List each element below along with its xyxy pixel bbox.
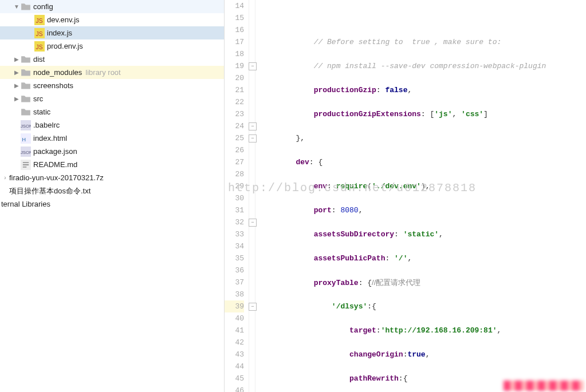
js-file-icon: JS bbox=[34, 41, 45, 52]
tree-label: dev.env.js bbox=[47, 15, 80, 24]
tree-folder-dist[interactable]: ▶ dist bbox=[0, 53, 224, 66]
tree-file-dos-txt[interactable]: 项目操作基本dos命令.txt bbox=[0, 184, 224, 197]
code-line[interactable]: env: require('./dev.env'), bbox=[260, 180, 586, 192]
code-line[interactable]: // npm install --save-dev compression-we… bbox=[260, 60, 586, 72]
tree-file-dev-env[interactable]: JS dev.env.js bbox=[0, 13, 224, 26]
code-line[interactable]: // Before setting to true , make sure to… bbox=[260, 36, 586, 48]
project-tree[interactable]: ▼ config JS dev.env.js JS index.js JS pr… bbox=[0, 0, 225, 392]
chevron-right-icon: ▶ bbox=[13, 69, 21, 76]
chevron-right-icon: ▶ bbox=[13, 56, 21, 62]
tree-label: screenshots bbox=[33, 81, 73, 90]
tree-file-prod-env[interactable]: JS prod.env.js bbox=[0, 39, 224, 53]
tree-folder-node-modules[interactable]: ▶ node_modules library root bbox=[0, 66, 224, 79]
tree-label: config bbox=[33, 2, 53, 11]
code-line[interactable]: proxyTable: {//配置请求代理 bbox=[260, 276, 586, 288]
json-file-icon: JSON bbox=[21, 146, 31, 157]
tree-label: package.json bbox=[33, 147, 77, 156]
tree-folder-screenshots[interactable]: ▶ screenshots bbox=[0, 79, 224, 92]
tree-label: src bbox=[33, 94, 43, 103]
js-file-icon: JS bbox=[34, 28, 45, 38]
html-file-icon: H bbox=[21, 133, 31, 144]
tree-file-readme[interactable]: README.md bbox=[0, 158, 224, 171]
svg-text:JS: JS bbox=[36, 31, 43, 37]
folder-icon bbox=[21, 94, 31, 104]
tree-label: .babelrc bbox=[33, 121, 60, 129]
tree-label: ternal Libraries bbox=[1, 200, 50, 208]
tree-file-babelrc[interactable]: JSON .babelrc bbox=[0, 118, 224, 132]
tree-file-archive[interactable]: › firadio-yun-vux-20170321.7z bbox=[0, 171, 224, 184]
code-line[interactable]: port: 8080, bbox=[260, 204, 586, 216]
code-line[interactable]: changeOrigin:true, bbox=[260, 349, 586, 361]
svg-text:JSON: JSON bbox=[21, 123, 31, 128]
json-file-icon: JSON bbox=[21, 120, 31, 130]
folder-icon bbox=[21, 68, 31, 77]
tree-file-index-js[interactable]: JS index.js bbox=[0, 26, 224, 39]
folder-icon bbox=[21, 2, 31, 11]
code-area[interactable]: http://blog.csdn.net/u012878818 // Befor… bbox=[255, 0, 586, 392]
chevron-down-icon: ▼ bbox=[13, 3, 21, 10]
svg-text:H: H bbox=[22, 137, 26, 142]
code-line[interactable]: target:'http://192.168.16.209:81', bbox=[260, 324, 586, 336]
tree-folder-config[interactable]: ▼ config bbox=[0, 0, 224, 13]
code-line[interactable]: }, bbox=[260, 132, 586, 144]
library-root-hint: library root bbox=[85, 68, 120, 77]
text-file-icon bbox=[21, 160, 31, 170]
tree-folder-src[interactable]: ▶ src bbox=[0, 92, 224, 105]
folder-icon bbox=[21, 55, 31, 64]
svg-text:JS: JS bbox=[36, 44, 43, 50]
code-line[interactable]: assetsSubDirectory: 'static', bbox=[260, 228, 586, 240]
tree-label: static bbox=[33, 108, 50, 116]
svg-text:JSON: JSON bbox=[21, 149, 31, 155]
tree-label: firadio-yun-vux-20170321.7z bbox=[9, 173, 104, 182]
code-line[interactable]: productionGzip: false, bbox=[260, 84, 586, 96]
tree-label: 项目操作基本dos命令.txt bbox=[9, 186, 91, 196]
chevron-right-icon: ▶ bbox=[13, 96, 21, 102]
tree-file-index-html[interactable]: H index.html bbox=[0, 132, 224, 145]
code-line[interactable]: dev: { bbox=[260, 156, 586, 168]
code-line[interactable]: productionGzipExtensions: ['js', 'css'] bbox=[260, 108, 586, 120]
tree-external-libraries[interactable]: ternal Libraries bbox=[0, 197, 224, 211]
code-editor[interactable]: 1415161718192021222324252627282930313233… bbox=[225, 0, 586, 392]
fold-column[interactable]: − − − − − bbox=[249, 0, 255, 392]
js-file-icon: JS bbox=[34, 15, 45, 25]
svg-text:JS: JS bbox=[36, 18, 43, 24]
tree-label: README.md bbox=[33, 160, 77, 169]
folder-icon bbox=[21, 81, 31, 90]
tree-label: node_modules bbox=[33, 68, 82, 77]
tree-label: dist bbox=[33, 55, 45, 64]
tree-label: index.js bbox=[47, 29, 72, 37]
tree-label: prod.env.js bbox=[47, 42, 83, 50]
code-line[interactable]: assetsPublicPath: '/', bbox=[260, 252, 586, 264]
redacted-region bbox=[504, 381, 584, 391]
tree-file-package-json[interactable]: JSON package.json bbox=[0, 145, 224, 158]
tree-label: index.html bbox=[33, 134, 67, 142]
tree-folder-static[interactable]: static bbox=[0, 105, 224, 118]
code-line[interactable]: '/dlsys':{ bbox=[260, 300, 586, 312]
chevron-right-icon: ▶ bbox=[13, 82, 21, 89]
folder-icon bbox=[21, 108, 31, 117]
line-number-gutter: 1415161718192021222324252627282930313233… bbox=[225, 0, 249, 392]
